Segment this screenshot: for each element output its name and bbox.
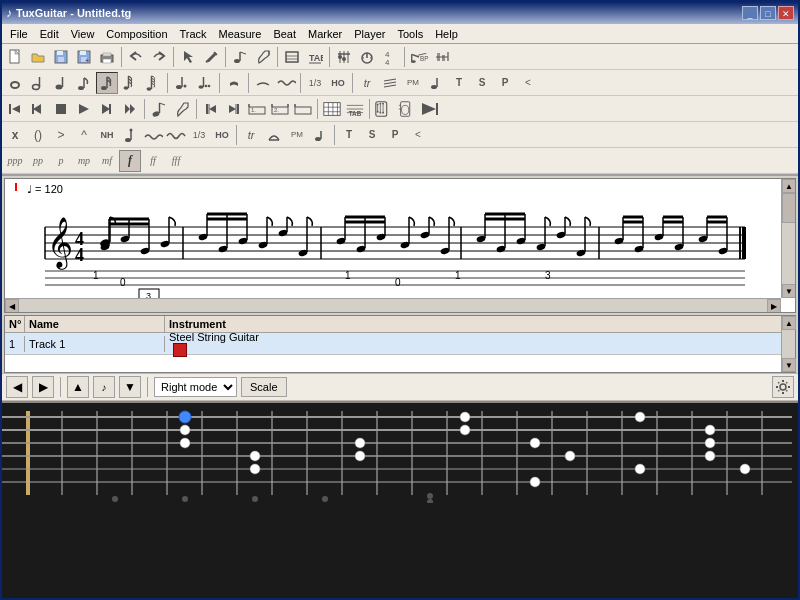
- close-button[interactable]: ✕: [778, 6, 794, 20]
- fade-effect[interactable]: <: [407, 124, 429, 146]
- dynamic-ppp[interactable]: ppp: [4, 150, 26, 172]
- tie-btn[interactable]: [252, 72, 274, 94]
- instrument-btn[interactable]: [252, 46, 274, 68]
- maximize-button[interactable]: □: [760, 6, 776, 20]
- hammer-on[interactable]: HO: [211, 124, 233, 146]
- dead-note[interactable]: x: [4, 124, 26, 146]
- score-view[interactable]: [281, 46, 303, 68]
- whole-note[interactable]: [4, 72, 26, 94]
- first-measure[interactable]: [4, 98, 26, 120]
- score-hscroll[interactable]: ◀ ▶: [5, 298, 781, 312]
- table-row[interactable]: 1 Track 1 Steel String Guitar: [5, 333, 795, 355]
- tab-view[interactable]: TAB: [304, 46, 326, 68]
- pop-btn[interactable]: P: [494, 72, 516, 94]
- fade-in-btn[interactable]: <: [517, 72, 539, 94]
- dynamic-p[interactable]: p: [50, 150, 72, 172]
- staccato-note[interactable]: [119, 124, 141, 146]
- volta-open-btn[interactable]: [292, 98, 314, 120]
- menu-help[interactable]: Help: [429, 26, 464, 42]
- tempo-btn[interactable]: BPM: [408, 46, 430, 68]
- dynamic-ff[interactable]: ff: [142, 150, 164, 172]
- settings-button[interactable]: [772, 376, 794, 398]
- save-button[interactable]: [50, 46, 72, 68]
- guitar-icon-btn[interactable]: [171, 98, 193, 120]
- volta-2-btn[interactable]: 2.: [269, 98, 291, 120]
- prev-measure[interactable]: [27, 98, 49, 120]
- accent-note-btn[interactable]: [425, 72, 447, 94]
- thirtysecond-note[interactable]: [119, 72, 141, 94]
- menu-view[interactable]: View: [65, 26, 101, 42]
- note-head-btn[interactable]: HO: [327, 72, 349, 94]
- scale-button[interactable]: Scale: [241, 377, 287, 397]
- select-tool[interactable]: [177, 46, 199, 68]
- marcato-btn[interactable]: ^: [73, 124, 95, 146]
- stop-btn[interactable]: [50, 98, 72, 120]
- half-note[interactable]: [27, 72, 49, 94]
- dynamic-f[interactable]: f: [119, 150, 141, 172]
- menu-composition[interactable]: Composition: [100, 26, 173, 42]
- guitar-head-btn[interactable]: [373, 98, 395, 120]
- dynamic-pp[interactable]: pp: [27, 150, 49, 172]
- palm-mute-btn[interactable]: PM: [402, 72, 424, 94]
- eighth-note[interactable]: [73, 72, 95, 94]
- guitar-full-btn[interactable]: [396, 98, 418, 120]
- open-button[interactable]: [27, 46, 49, 68]
- tuplet-3[interactable]: 1/3: [188, 124, 210, 146]
- tab-display-btn[interactable]: TAB: [344, 98, 366, 120]
- wide-vibrato-btn[interactable]: [165, 124, 187, 146]
- menu-tools[interactable]: Tools: [391, 26, 429, 42]
- palm-mute-eff[interactable]: PM: [286, 124, 308, 146]
- double-dotted[interactable]: [194, 72, 216, 94]
- menu-track[interactable]: Track: [174, 26, 213, 42]
- reprise-begin[interactable]: [200, 98, 222, 120]
- tapping-btn[interactable]: T: [448, 72, 470, 94]
- tuner-btn[interactable]: [356, 46, 378, 68]
- track-vscroll[interactable]: ▲ ▼: [781, 316, 795, 372]
- notes-tool[interactable]: [229, 46, 251, 68]
- menu-player[interactable]: Player: [348, 26, 391, 42]
- sixtyfourth-note[interactable]: [142, 72, 164, 94]
- note-duration-eff[interactable]: [309, 124, 331, 146]
- next-track-btn[interactable]: ▶: [32, 376, 54, 398]
- dynamic-mp[interactable]: mp: [73, 150, 95, 172]
- minimize-button[interactable]: _: [742, 6, 758, 20]
- tremolo-btn[interactable]: [379, 72, 401, 94]
- last-measure[interactable]: [96, 98, 118, 120]
- dynamic-fff[interactable]: fff: [165, 150, 187, 172]
- s-effect[interactable]: S: [361, 124, 383, 146]
- add-note-btn[interactable]: ♪: [93, 376, 115, 398]
- trill-effect[interactable]: tr: [240, 124, 262, 146]
- menu-file[interactable]: File: [4, 26, 34, 42]
- menu-marker[interactable]: Marker: [302, 26, 348, 42]
- tuplet-btn[interactable]: 1/3: [304, 72, 326, 94]
- play-btn[interactable]: [73, 98, 95, 120]
- dotted-note[interactable]: [171, 72, 193, 94]
- reprise-end[interactable]: [223, 98, 245, 120]
- prev-track-btn[interactable]: ◀: [6, 376, 28, 398]
- menu-measure[interactable]: Measure: [213, 26, 268, 42]
- mode-select[interactable]: Right mode Left mode: [154, 377, 237, 397]
- volta-1-btn[interactable]: 1.: [246, 98, 268, 120]
- p-effect[interactable]: P: [384, 124, 406, 146]
- time-sig-btn[interactable]: 44: [379, 46, 401, 68]
- rhythm-btn[interactable]: [431, 46, 453, 68]
- vibrato-btn[interactable]: [142, 124, 164, 146]
- save-as-button[interactable]: +: [73, 46, 95, 68]
- menu-beat[interactable]: Beat: [267, 26, 302, 42]
- t-effect[interactable]: T: [338, 124, 360, 146]
- wah-btn[interactable]: [263, 124, 285, 146]
- undo-button[interactable]: [125, 46, 147, 68]
- accent-btn[interactable]: >: [50, 124, 72, 146]
- print-button[interactable]: [96, 46, 118, 68]
- dynamic-mf[interactable]: mf: [96, 150, 118, 172]
- ornament-btn[interactable]: [275, 72, 297, 94]
- new-button[interactable]: [4, 46, 26, 68]
- ghost-note[interactable]: (): [27, 124, 49, 146]
- redo-button[interactable]: [148, 46, 170, 68]
- prev-section-btn[interactable]: ▲: [67, 376, 89, 398]
- slap-btn[interactable]: S: [471, 72, 493, 94]
- track-color[interactable]: [173, 343, 187, 357]
- rest-note[interactable]: [223, 72, 245, 94]
- quarter-note[interactable]: [50, 72, 72, 94]
- natural-harmonic[interactable]: NH: [96, 124, 118, 146]
